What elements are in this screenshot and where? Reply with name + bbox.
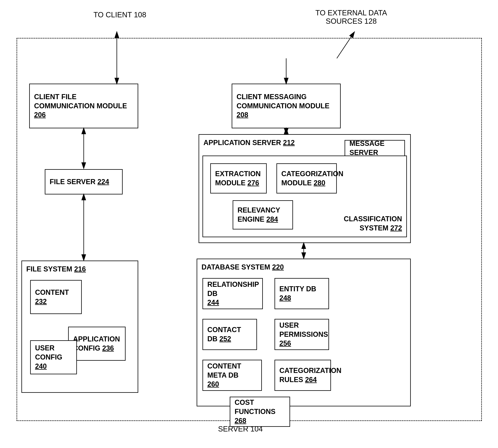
user-permissions-title: USER PERMISSIONS256 (279, 321, 328, 348)
extraction-title: EXTRACTIONMODULE 276 (215, 169, 261, 188)
to-external-label: TO EXTERNAL DATASOURCES 128 (315, 9, 387, 25)
app-server-title: APPLICATION SERVER 212 (204, 138, 295, 147)
client-file-title: CLIENT FILECOMMUNICATION MODULE 206 (34, 92, 133, 120)
cost-functions: COST FUNCTIONS268 (230, 397, 290, 427)
user-config-box: USER CONFIG240 (30, 340, 77, 374)
categorization-module: CATEGORIZATIONMODULE 280 (276, 163, 337, 193)
content-title: CONTENT 232 (35, 288, 77, 306)
content-meta-db-title: CONTENT META DB260 (207, 362, 257, 389)
extraction-module: EXTRACTIONMODULE 276 (210, 163, 267, 193)
user-config-title: USER CONFIG240 (35, 344, 72, 371)
relevancy-engine: RELEVANCYENGINE 284 (233, 200, 293, 229)
classification-title: CLASSIFICATIONSYSTEM 272 (344, 214, 402, 233)
content-meta-db: CONTENT META DB260 (203, 360, 262, 391)
client-messaging-comm-module: CLIENT MESSAGINGCOMMUNICATION MODULE 208 (232, 84, 341, 128)
client-file-comm-module: CLIENT FILECOMMUNICATION MODULE 206 (29, 84, 138, 128)
categorization-rules-title: CATEGORIZATIONRULES 264 (279, 366, 342, 384)
file-system-title: FILE SYSTEM 216 (26, 265, 86, 274)
categorization-module-title: CATEGORIZATIONMODULE 280 (281, 169, 343, 188)
categorization-rules: CATEGORIZATIONRULES 264 (275, 360, 331, 391)
user-permissions: USER PERMISSIONS256 (275, 319, 329, 350)
entity-db: ENTITY DB248 (275, 278, 329, 309)
relationship-db: RELATIONSHIP DB244 (203, 278, 263, 309)
contact-db: CONTACT DB 252 (203, 319, 257, 350)
server-label: SERVER 104 (218, 425, 263, 433)
relevancy-title: RELEVANCYENGINE 284 (238, 206, 280, 224)
database-system-title: DATABASE SYSTEM 220 (202, 263, 284, 272)
cost-functions-title: COST FUNCTIONS268 (235, 398, 285, 425)
file-server: FILE SERVER 224 (45, 169, 123, 194)
content-box: CONTENT 232 (30, 280, 82, 314)
client-messaging-title: CLIENT MESSAGINGCOMMUNICATION MODULE 208 (237, 92, 336, 120)
to-client-label: TO CLIENT 108 (93, 11, 146, 19)
relationship-db-title: RELATIONSHIP DB244 (207, 280, 259, 307)
entity-db-title: ENTITY DB248 (279, 285, 316, 303)
app-config-title: APPLICATIONCONFIG 236 (73, 335, 120, 353)
file-server-title: FILE SERVER 224 (50, 177, 109, 187)
diagram: TO CLIENT 108 TO EXTERNAL DATASOURCES 12… (0, 0, 498, 448)
contact-db-title: CONTACT DB 252 (207, 325, 252, 344)
